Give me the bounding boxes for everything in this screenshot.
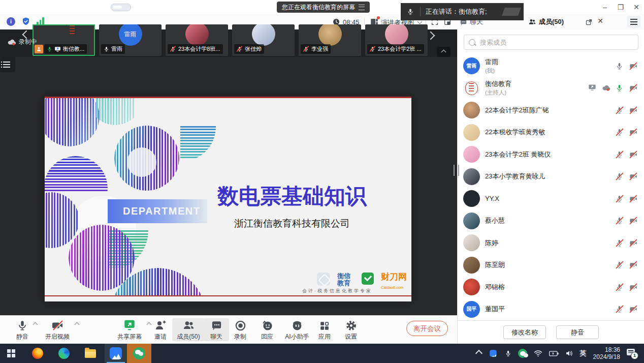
member-row[interactable]: 蔡小慧 xyxy=(458,210,644,232)
collapse-strip-button[interactable] xyxy=(437,47,450,57)
close-panel-icon[interactable]: ✕ xyxy=(596,17,604,25)
tray-mic-icon[interactable] xyxy=(505,349,511,357)
start-button[interactable] xyxy=(0,344,22,363)
record-button[interactable]: 录制 xyxy=(230,318,250,341)
settings-button[interactable]: 设置 xyxy=(340,318,362,341)
camera-muted-icon[interactable] xyxy=(629,217,637,225)
rename-button[interactable]: 修改名称 xyxy=(503,325,546,339)
wifi-icon[interactable] xyxy=(534,350,542,357)
taskbar-wechat[interactable] xyxy=(127,344,151,363)
video-thumbnail[interactable]: 雷雨 雷雨 xyxy=(99,24,162,56)
member-search-box[interactable] xyxy=(464,35,638,50)
member-row[interactable]: 23本会计学2班 黄晓仪 xyxy=(458,143,644,166)
security-shield-icon[interactable] xyxy=(21,17,30,26)
mic-muted-icon[interactable] xyxy=(616,128,624,136)
camera-muted-icon[interactable] xyxy=(629,172,637,180)
taskbar-edge[interactable] xyxy=(53,344,75,363)
mic-on-icon[interactable] xyxy=(616,62,624,70)
member-row[interactable]: 22本会计学2班陈广铭 xyxy=(458,99,644,122)
next-thumbnails-icon[interactable] xyxy=(427,32,435,40)
close-button[interactable]: ✕ xyxy=(632,3,640,11)
video-thumbnail[interactable]: 23本会计学2班 ... xyxy=(365,24,428,56)
slide-title: 数电票基础知识 xyxy=(188,182,396,210)
mic-muted-icon[interactable] xyxy=(616,172,624,180)
slide-subtitle: 浙江衡信教育科技有限公司 xyxy=(198,217,386,230)
hamburger-menu-icon[interactable] xyxy=(627,16,640,28)
video-thumbnail[interactable]: 23本会计学8班... xyxy=(166,24,228,56)
invite-button[interactable]: 邀请 xyxy=(150,318,171,341)
camera-muted-icon[interactable] xyxy=(629,62,637,70)
tray-expand-icon[interactable] xyxy=(475,350,482,357)
mic-muted-icon[interactable] xyxy=(616,217,624,225)
info-icon[interactable]: i xyxy=(7,17,15,26)
leave-meeting-button[interactable]: 离开会议 xyxy=(406,321,448,336)
search-input[interactable] xyxy=(479,38,633,47)
member-row[interactable]: 23本小学教育黄咏儿 xyxy=(458,166,644,188)
member-row[interactable]: 邓锦榕 xyxy=(458,276,644,298)
settings-label: 设置 xyxy=(340,332,362,341)
chat-button[interactable]: 聊天 xyxy=(204,318,229,341)
member-row[interactable]: 陈至朗 xyxy=(458,254,644,277)
camera-muted-icon[interactable] xyxy=(629,84,637,92)
battery-icon[interactable] xyxy=(549,350,559,357)
camera-muted-icon[interactable] xyxy=(629,239,637,247)
restore-button[interactable]: ❐ xyxy=(617,3,625,11)
video-thumbnail[interactable]: 李业强 xyxy=(299,24,361,56)
member-row[interactable]: 国平 董国平 xyxy=(458,298,644,321)
mic-muted-icon[interactable] xyxy=(616,261,624,269)
thumbnail-name: 李业强 xyxy=(311,45,328,53)
mic-speaking-icon[interactable] xyxy=(616,84,624,92)
mic-muted-icon[interactable] xyxy=(616,283,624,291)
camera-button[interactable]: 开启视频 xyxy=(42,318,73,341)
mic-muted-icon[interactable] xyxy=(616,195,624,203)
mic-muted-icon[interactable] xyxy=(616,106,624,114)
minimize-button[interactable]: – xyxy=(601,3,609,11)
reactions-button[interactable]: 回应 xyxy=(256,318,278,341)
input-language-indicator[interactable]: 英 xyxy=(580,349,587,358)
popout-panel-icon[interactable] xyxy=(585,18,593,26)
tab-members[interactable]: 成员(50) xyxy=(528,17,564,26)
taskbar-firefox[interactable] xyxy=(26,344,49,363)
ai-assistant-button[interactable]: AI小助手 xyxy=(282,318,312,341)
share-screen-icon xyxy=(123,318,136,331)
camera-muted-icon[interactable] xyxy=(629,283,637,291)
camera-muted-icon[interactable] xyxy=(629,150,637,159)
taskbar-explorer[interactable] xyxy=(79,344,102,363)
camera-muted-icon[interactable] xyxy=(629,106,637,114)
tray-meeting-icon[interactable] xyxy=(490,350,497,357)
camera-muted-icon[interactable] xyxy=(629,305,637,313)
taskbar-meeting-app[interactable] xyxy=(105,344,127,363)
network-signal-icon[interactable] xyxy=(37,17,44,25)
floating-list-button[interactable] xyxy=(0,57,15,72)
mute-member-button[interactable]: 静音 xyxy=(556,325,599,339)
mic-muted-icon xyxy=(370,46,376,52)
speaker-icon[interactable] xyxy=(565,350,573,357)
apps-button[interactable]: 应用 xyxy=(314,318,335,341)
reaction-smiley-icon xyxy=(261,319,273,331)
share-screen-button[interactable]: 共享屏幕 xyxy=(114,318,145,341)
camera-muted-icon[interactable] xyxy=(629,261,637,269)
mic-muted-icon[interactable] xyxy=(616,150,624,159)
camera-options-chevron[interactable] xyxy=(75,322,80,327)
decor-striped-circle xyxy=(110,268,206,296)
action-center-icon[interactable]: 1 xyxy=(627,349,637,358)
taskbar-clock[interactable]: 18:36 2024/9/18 xyxy=(593,346,620,360)
member-row[interactable]: 22本税收学班黄秀敏 xyxy=(458,122,644,144)
mic-muted-icon[interactable] xyxy=(616,239,624,247)
mic-options-chevron[interactable] xyxy=(33,322,38,327)
meeting-app-window: 您正在观看衡信教育的屏幕 – ❐ ✕ 正在讲话： 衡信教育; i 08:45 演… xyxy=(0,0,644,363)
member-row[interactable]: 雷雨 雷雨(我) xyxy=(458,55,644,77)
members-button[interactable]: 成员(50) xyxy=(172,318,205,341)
member-row[interactable]: YY.X xyxy=(458,188,644,210)
panel-resize-handle[interactable] xyxy=(454,165,459,176)
mute-button[interactable]: 静音 xyxy=(11,318,34,341)
mic-muted-icon[interactable] xyxy=(616,305,624,313)
camera-muted-icon[interactable] xyxy=(629,128,637,136)
video-thumbnail[interactable]: 张佳烨 xyxy=(232,24,295,56)
camera-muted-icon[interactable] xyxy=(629,195,637,203)
avatar xyxy=(463,168,480,185)
member-row[interactable]: 衡信教育(主持人) xyxy=(458,77,644,100)
video-thumbnail[interactable]: 衡信教... xyxy=(33,24,95,56)
member-row[interactable]: 陈婷 xyxy=(458,232,644,254)
tray-wechat-icon[interactable] xyxy=(518,349,527,358)
